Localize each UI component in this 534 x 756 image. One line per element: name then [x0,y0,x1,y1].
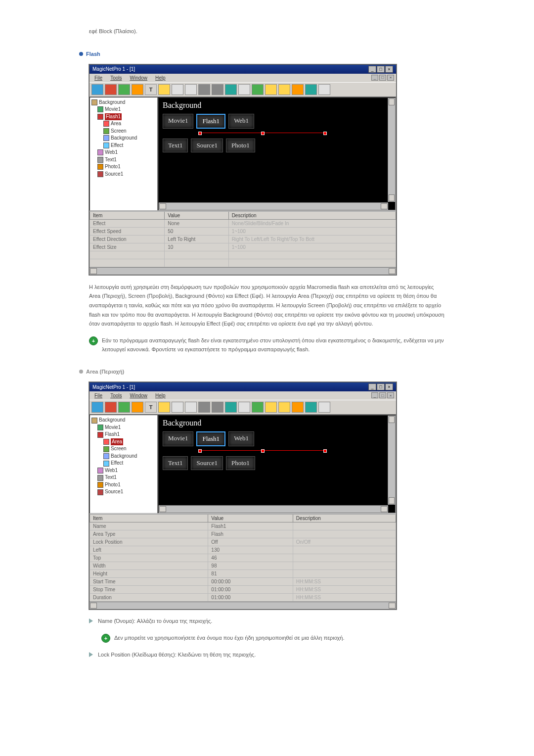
menu-file[interactable]: File [91,392,105,399]
tree-root[interactable]: Background [99,417,125,424]
tbtn-help-icon[interactable] [318,402,330,413]
tbtn-paste-icon[interactable] [212,402,223,413]
tbtn-play-icon[interactable] [118,402,130,413]
tbtn-cam-icon[interactable] [238,402,250,413]
tbtn-undo-icon[interactable] [292,84,304,95]
tab-photo1[interactable]: Photo1 [226,456,255,470]
tree-flash1[interactable]: Flash1 [105,113,122,121]
tbtn-go-icon[interactable] [252,84,264,95]
tbtn-new-icon[interactable] [158,402,170,413]
tbtn-cut-icon[interactable] [198,84,210,95]
scrollbar-vertical[interactable] [388,416,395,505]
tree-text1[interactable]: Text1 [105,156,117,164]
menu-tools[interactable]: Tools [107,392,125,399]
sub-restore-icon[interactable]: □ [379,392,386,398]
menu-help[interactable]: Help [152,75,169,81]
maximize-icon[interactable]: □ [377,66,385,73]
canvas-area[interactable]: Background Movie1 Flash1 Web1 Text1 Sour… [158,415,396,514]
tree-web1[interactable]: Web1 [105,467,118,474]
tree-photo1[interactable]: Photo1 [105,481,121,489]
tab-source1[interactable]: Source1 [191,456,223,470]
tree-screen[interactable]: Screen [111,128,127,135]
close-icon[interactable]: × [385,383,393,390]
tbtn-pause-icon[interactable] [132,402,143,413]
sub-close-icon[interactable]: × [387,392,394,398]
tbtn-down-icon[interactable] [278,84,290,95]
minimize-icon[interactable]: _ [368,383,376,390]
close-icon[interactable]: × [385,66,393,73]
tree-photo1[interactable]: Photo1 [105,163,121,171]
tree-background[interactable]: Background [111,453,137,460]
tab-text1[interactable]: Text1 [163,139,188,152]
tab-flash1[interactable]: Flash1 [196,114,225,129]
tbtn-up-icon[interactable] [265,402,277,413]
maximize-icon[interactable]: □ [377,383,385,390]
tbtn-down-icon[interactable] [278,402,290,413]
tree-web1[interactable]: Web1 [105,149,118,156]
menu-file[interactable]: File [91,75,105,81]
tbtn-tool-icon[interactable] [225,84,237,95]
selection-handles[interactable] [198,133,327,136]
sub-minimize-icon[interactable]: _ [371,392,378,398]
tab-text1[interactable]: Text1 [163,456,188,470]
tbtn-new-icon[interactable] [158,84,170,95]
tbtn-save-icon[interactable] [91,84,103,95]
scrollbar-horizontal[interactable] [159,505,388,513]
tbtn-undo-icon[interactable] [292,402,304,413]
tbtn-delete-icon[interactable] [105,402,117,413]
props-scrollbar[interactable] [89,267,396,275]
props-scrollbar[interactable] [89,602,396,609]
menu-window[interactable]: Window [127,392,150,399]
tbtn-pause-icon[interactable] [132,84,143,95]
sub-minimize-icon[interactable]: _ [371,75,378,81]
tbtn-text-icon[interactable]: T [145,402,157,413]
tbtn-redo-icon[interactable] [305,402,317,413]
tree-flash1[interactable]: Flash1 [105,431,120,438]
tree-area[interactable]: Area [111,120,121,128]
tbtn-open-icon[interactable] [172,402,183,413]
tab-web1[interactable]: Web1 [228,114,254,129]
tree-root[interactable]: Background [99,99,125,106]
tab-web1[interactable]: Web1 [228,431,254,446]
sub-restore-icon[interactable]: □ [379,75,386,81]
tree-panel[interactable]: Background Movie1 Flash1 Area Screen Bac… [89,97,158,211]
scrollbar-horizontal[interactable] [159,202,388,210]
tree-movie1[interactable]: Movie1 [105,106,121,113]
tree-movie1[interactable]: Movie1 [105,424,121,431]
tree-screen[interactable]: Screen [111,445,127,453]
tbtn-redo-icon[interactable] [305,84,317,95]
tab-photo1[interactable]: Photo1 [226,139,255,152]
tree-panel[interactable]: Background Movie1 Flash1 Area Screen Bac… [89,415,158,514]
canvas-area[interactable]: Background Movie1 Flash1 Web1 Text1 Sour… [158,97,396,211]
tbtn-tool-icon[interactable] [225,402,237,413]
tree-background[interactable]: Background [111,135,137,142]
tbtn-open-icon[interactable] [172,84,183,95]
tbtn-up-icon[interactable] [265,84,277,95]
sub-close-icon[interactable]: × [387,75,394,81]
tree-effect[interactable]: Effect [111,142,123,149]
tab-flash1[interactable]: Flash1 [196,431,225,446]
tree-source1[interactable]: Source1 [105,488,123,496]
tbtn-copy-icon[interactable] [185,84,197,95]
tbtn-copy-icon[interactable] [185,402,197,413]
minimize-icon[interactable]: _ [368,66,376,73]
tree-effect[interactable]: Effect [111,460,123,467]
scrollbar-vertical[interactable] [388,98,395,202]
tbtn-play-icon[interactable] [118,84,130,95]
menu-help[interactable]: Help [152,392,169,399]
selection-handles[interactable] [198,450,327,454]
tbtn-go-icon[interactable] [252,402,264,413]
tbtn-delete-icon[interactable] [105,84,117,95]
menu-tools[interactable]: Tools [107,75,125,81]
tab-movie1[interactable]: Movie1 [163,114,193,129]
tree-area[interactable]: Area [111,438,123,446]
tree-text1[interactable]: Text1 [105,474,117,481]
tbtn-cam-icon[interactable] [238,84,250,95]
tbtn-save-icon[interactable] [91,402,103,413]
tbtn-cut-icon[interactable] [198,402,210,413]
tab-movie1[interactable]: Movie1 [163,431,193,446]
tbtn-paste-icon[interactable] [212,84,223,95]
tree-source1[interactable]: Source1 [105,171,123,178]
tbtn-help-icon[interactable] [318,84,330,95]
tbtn-text-icon[interactable]: T [145,84,157,95]
